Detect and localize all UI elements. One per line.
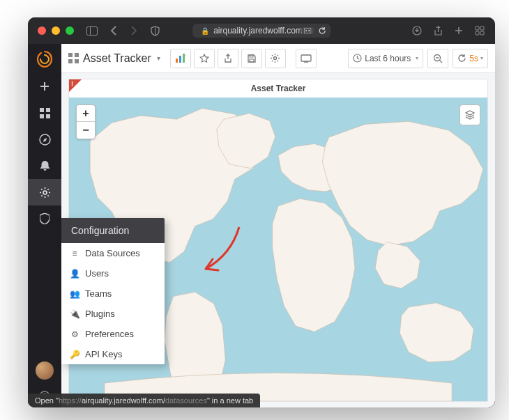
new-tab-icon[interactable] xyxy=(453,25,464,36)
svg-rect-20 xyxy=(68,59,73,63)
link-preview-tooltip: Open "https://airquality.jaredwolff.com/… xyxy=(28,394,260,407)
svg-point-15 xyxy=(43,191,47,194)
nav-back-icon[interactable] xyxy=(107,25,119,36)
shield-icon[interactable] xyxy=(149,25,160,36)
breadcrumb-title: Asset Tracker xyxy=(83,52,151,65)
user-avatar[interactable] xyxy=(36,361,54,380)
time-range-label: Last 6 hours xyxy=(365,54,411,63)
chevron-down-icon: ▾ xyxy=(480,55,483,61)
zoom-out-button[interactable]: − xyxy=(77,122,95,139)
nav-create-icon[interactable] xyxy=(28,73,61,100)
dashboard-toolbar: Asset Tracker ▾ + Last 6 hours xyxy=(61,44,495,73)
flyout-item-preferences[interactable]: ⚙Preferences xyxy=(61,324,165,344)
flyout-item-users[interactable]: 👤Users xyxy=(61,263,165,283)
user-icon: 👤 xyxy=(70,269,79,279)
maximize-window-button[interactable] xyxy=(66,26,74,35)
svg-rect-18 xyxy=(68,53,73,57)
svg-rect-26 xyxy=(250,55,253,57)
refresh-button[interactable]: 5s ▾ xyxy=(453,49,488,68)
svg-rect-21 xyxy=(75,59,79,63)
svg-rect-23 xyxy=(179,56,181,63)
panel-title: Asset Tracker xyxy=(69,79,487,98)
zoom-out-time-button[interactable] xyxy=(427,49,448,68)
refresh-interval-label: 5s xyxy=(469,54,478,63)
sliders-icon: ⚙ xyxy=(70,329,79,339)
svg-rect-22 xyxy=(176,59,178,63)
svg-rect-9 xyxy=(480,31,484,35)
time-range-button[interactable]: Last 6 hours ▾ xyxy=(348,49,423,68)
svg-point-4 xyxy=(308,30,310,31)
svg-rect-8 xyxy=(476,31,479,35)
key-icon: 🔑 xyxy=(70,350,79,359)
svg-rect-19 xyxy=(75,53,79,57)
grafana-logo[interactable] xyxy=(35,49,54,69)
dashboard-grid-icon xyxy=(68,53,79,63)
nav-admin-icon[interactable] xyxy=(28,205,61,232)
svg-rect-2 xyxy=(304,28,311,33)
window-controls xyxy=(38,26,74,35)
map-layers-button[interactable] xyxy=(459,104,480,125)
save-button[interactable] xyxy=(241,49,262,68)
browser-window: 🔒 airquality.jaredwolff.com xyxy=(28,17,495,407)
svg-line-34 xyxy=(440,60,443,63)
grafana-sidebar xyxy=(28,44,61,407)
database-icon: ≡ xyxy=(70,249,79,258)
svg-rect-13 xyxy=(46,114,50,118)
configuration-flyout: Configuration ≡Data Sources 👤Users 👥Team… xyxy=(61,218,165,364)
settings-button[interactable] xyxy=(265,49,286,68)
svg-rect-6 xyxy=(476,26,479,30)
nav-explore-icon[interactable] xyxy=(28,126,61,153)
browser-titlebar: 🔒 airquality.jaredwolff.com xyxy=(28,17,495,44)
flyout-title: Configuration xyxy=(61,218,165,243)
cycle-view-button[interactable] xyxy=(296,49,317,68)
reader-toggle[interactable] xyxy=(301,27,314,34)
grafana-app: Configuration ≡Data Sources 👤Users 👥Team… xyxy=(28,44,495,407)
minimize-window-button[interactable] xyxy=(52,26,60,35)
flyout-item-data-sources[interactable]: ≡Data Sources xyxy=(61,243,165,263)
team-icon: 👥 xyxy=(70,289,79,299)
url-text: airquality.jaredwolff.com xyxy=(213,26,303,36)
svg-rect-12 xyxy=(40,114,44,118)
plug-icon: 🔌 xyxy=(70,309,79,319)
add-panel-button[interactable]: + xyxy=(170,49,191,68)
svg-point-3 xyxy=(305,30,307,31)
nav-configuration-icon[interactable] xyxy=(28,179,61,205)
panel-alert-indicator[interactable] xyxy=(69,79,82,92)
nav-alerting-icon[interactable] xyxy=(28,153,61,179)
star-button[interactable] xyxy=(194,49,215,68)
downloads-icon[interactable] xyxy=(411,25,423,36)
zoom-in-button[interactable]: + xyxy=(77,105,95,122)
close-window-button[interactable] xyxy=(38,26,46,35)
breadcrumb[interactable]: Asset Tracker ▾ xyxy=(68,52,160,65)
tabs-overview-icon[interactable] xyxy=(474,25,485,36)
chevron-down-icon: ▾ xyxy=(157,54,160,62)
nav-forward-icon[interactable] xyxy=(128,25,139,36)
reload-icon[interactable] xyxy=(318,26,326,35)
svg-rect-10 xyxy=(40,108,44,112)
svg-point-28 xyxy=(274,57,277,60)
lock-icon: 🔒 xyxy=(201,27,209,35)
svg-rect-29 xyxy=(301,55,311,61)
flyout-item-api-keys[interactable]: 🔑API Keys xyxy=(61,344,165,364)
share-icon[interactable] xyxy=(432,25,443,36)
share-button[interactable] xyxy=(218,49,238,68)
chevron-down-icon: ▾ xyxy=(416,55,418,61)
svg-rect-11 xyxy=(46,108,50,112)
sidebar-toggle-icon[interactable] xyxy=(86,25,98,36)
address-bar[interactable]: 🔒 airquality.jaredwolff.com xyxy=(192,24,331,38)
svg-text:+: + xyxy=(185,54,186,59)
svg-rect-0 xyxy=(87,26,98,35)
flyout-item-plugins[interactable]: 🔌Plugins xyxy=(61,304,165,324)
nav-dashboards-icon[interactable] xyxy=(28,100,61,126)
svg-rect-7 xyxy=(480,26,484,30)
flyout-item-teams[interactable]: 👥Teams xyxy=(61,283,165,304)
map-zoom-controls: + − xyxy=(76,104,96,139)
